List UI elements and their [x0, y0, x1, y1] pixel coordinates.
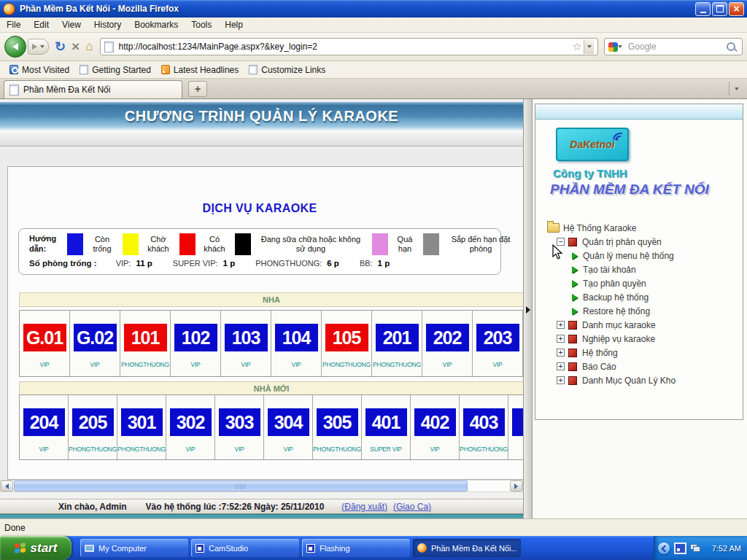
horizontal-scrollbar[interactable]: [0, 480, 523, 492]
history-dropdown-icon[interactable]: [40, 45, 44, 48]
tree-leaf[interactable]: Tạo tài khoản: [572, 262, 676, 276]
room-cell[interactable]: 401 SUPER VIP: [362, 395, 411, 459]
room-cell[interactable]: 402 VIP: [411, 395, 460, 459]
legend-items: Còn trống Chờ khách: [67, 233, 523, 255]
tree-node-expanded[interactable]: Quản trị phân quyền: [557, 235, 676, 249]
room-cell[interactable]: [508, 395, 523, 459]
tree-leaf[interactable]: Tạo phân quyền: [572, 276, 676, 290]
legend-guide-label: Hướng dẫn:: [29, 234, 67, 254]
room-cell[interactable]: 301 PHONGTHUONG: [117, 395, 166, 459]
bookmark-item[interactable]: Latest Headlines: [156, 65, 244, 75]
tray-expand-chevron-icon[interactable]: [658, 542, 670, 554]
stop-button[interactable]: ×: [71, 39, 80, 55]
shift-change-link[interactable]: (Giao Ca): [393, 502, 431, 512]
room-cell[interactable]: 105 PHONGTHUONG: [322, 311, 372, 376]
node-icon: [568, 362, 577, 371]
session-text: Vào hệ thống lúc :7:52:26 Ngày: 25/11/20…: [146, 502, 325, 512]
legend-color-swatch: [123, 233, 139, 255]
minimize-button[interactable]: [695, 2, 711, 16]
search-engine-dropdown-icon[interactable]: [618, 45, 622, 48]
tree-expand-icon[interactable]: [557, 376, 565, 384]
menu-item[interactable]: File: [0, 18, 27, 32]
tab-active[interactable]: Phần Mềm Đa Kết Nối: [4, 80, 182, 98]
taskbar-task-button[interactable]: CamStudio: [191, 539, 299, 557]
reload-button[interactable]: ↻: [55, 39, 66, 55]
tree-node-collapsed[interactable]: Danh Mục Quản Lý Kho: [557, 373, 676, 387]
room-cell[interactable]: 202 VIP: [422, 311, 473, 376]
menu-item[interactable]: View: [55, 18, 88, 32]
menu-item[interactable]: Edit: [27, 18, 55, 32]
room-cell[interactable]: 104 VIP: [271, 311, 322, 376]
url-dropdown-button[interactable]: [584, 39, 594, 54]
frame-splitter[interactable]: [523, 99, 533, 518]
room-number: 104: [282, 327, 311, 349]
restore-button[interactable]: [712, 2, 727, 16]
scrollbar-thumb[interactable]: [14, 481, 468, 491]
tree-node-collapsed[interactable]: Báo Cáo: [557, 359, 676, 373]
room-cell[interactable]: 205 PHONGTHUONG: [69, 395, 117, 459]
close-button[interactable]: ×: [729, 2, 744, 16]
bookmark-star-icon[interactable]: ☆: [573, 40, 582, 53]
room-cell[interactable]: 302 VIP: [166, 395, 215, 459]
menu-item[interactable]: Help: [218, 18, 249, 32]
window-titlebar[interactable]: Phần Mềm Đa Kết Nối - Mozilla Firefox ×: [0, 0, 747, 18]
all-tabs-dropdown-button[interactable]: [729, 82, 744, 96]
scroll-right-button[interactable]: [510, 481, 522, 491]
tree-expand-icon[interactable]: [557, 362, 565, 370]
bookmark-item[interactable]: Customize Links: [244, 65, 330, 75]
room-cell[interactable]: 305 PHONGTHUONG: [313, 395, 362, 459]
tree-expand-icon[interactable]: [557, 349, 565, 357]
legend-item: Đang sữa chữa hoặc không sử dụng: [235, 233, 366, 255]
taskbar-task-button[interactable]: Flashing: [302, 539, 410, 557]
room-cell[interactable]: G.01 VIP: [20, 311, 70, 376]
search-placeholder[interactable]: Google: [628, 42, 727, 52]
home-button[interactable]: ⌂: [85, 39, 93, 54]
scroll-left-button[interactable]: [1, 481, 13, 491]
room-cell[interactable]: 103 VIP: [221, 311, 271, 376]
room-cell[interactable]: 201 PHONGTHUONG: [372, 311, 422, 376]
navigation-tree: Hệ Thống Karaoke Quản trị phân quyền Quả…: [547, 221, 676, 387]
menu-item[interactable]: History: [88, 18, 128, 32]
room-cell[interactable]: 102 VIP: [171, 311, 221, 376]
tree-root[interactable]: Hệ Thống Karaoke: [547, 221, 676, 235]
address-bar[interactable]: http://localhost:1234/MainPage.aspx?&key…: [100, 38, 598, 55]
room-cell[interactable]: 303 VIP: [215, 395, 264, 459]
bookmark-item[interactable]: Getting Started: [74, 65, 156, 75]
tray-network-icon[interactable]: [690, 544, 700, 552]
search-magnifier-icon[interactable]: [727, 42, 735, 51]
room-cell[interactable]: 203 VIP: [473, 311, 523, 376]
room-cell[interactable]: 304 VIP: [264, 395, 313, 459]
tree-leaf[interactable]: Backup hệ thống: [572, 290, 676, 304]
search-box[interactable]: Google: [604, 38, 743, 55]
room-cell[interactable]: G.02 VIP: [70, 311, 120, 376]
room-cell[interactable]: 403 PHONGTHUONG: [460, 395, 508, 459]
menu-item[interactable]: Tools: [185, 18, 218, 32]
legend-item-label: Còn trống: [88, 235, 117, 254]
logout-link[interactable]: (Đăng xuất): [341, 502, 387, 512]
room-cell[interactable]: 204 VIP: [20, 395, 69, 459]
back-button[interactable]: [4, 36, 26, 58]
forward-button[interactable]: [28, 39, 49, 55]
tree-expand-icon[interactable]: [557, 321, 565, 329]
tree-node-collapsed[interactable]: Nghiệp vụ karaoke: [557, 332, 676, 346]
menu-item[interactable]: Bookmarks: [128, 18, 185, 32]
tree-node-collapsed[interactable]: Hệ thống: [557, 346, 676, 359]
url-text[interactable]: http://localhost:1234/MainPage.aspx?&key…: [118, 42, 572, 52]
new-tab-button[interactable]: +: [188, 81, 207, 97]
room-type-label: VIP: [90, 361, 99, 368]
vacancy-label: Số phòng trống :: [29, 259, 97, 268]
greeting-text: Xin chào, Admin: [58, 502, 127, 512]
room-cell[interactable]: 101 PHONGTHUONG: [120, 311, 171, 376]
tree-leaf[interactable]: Quản lý menu hệ thống: [572, 249, 676, 262]
bookmark-item[interactable]: Most Visited: [4, 65, 74, 75]
tree-leaf[interactable]: Restore hệ thống: [572, 304, 676, 318]
start-button[interactable]: start: [0, 536, 71, 560]
taskbar-task-button[interactable]: My Computer: [80, 539, 188, 557]
splitter-collapse-icon[interactable]: [526, 306, 530, 314]
tray-app-icon[interactable]: [674, 542, 686, 554]
tree-node-collapsed[interactable]: Danh mục karaoke: [557, 318, 676, 332]
room-grid-nha-moi: 204 VIP 205 PHONGTHUONG: [19, 394, 523, 460]
tree-expand-icon[interactable]: [557, 335, 565, 343]
tab-title: Phần Mềm Đa Kết Nối: [23, 85, 110, 95]
taskbar-task-button[interactable]: Phần Mềm Đa Kết Nối...: [413, 539, 521, 557]
